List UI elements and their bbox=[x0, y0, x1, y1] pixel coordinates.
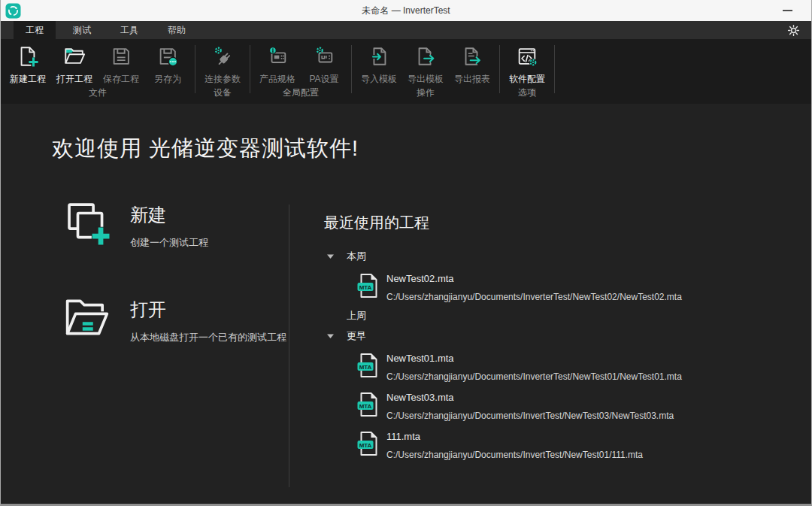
window-title: 未命名 — InverterTest bbox=[1, 5, 811, 17]
file-path: C:/Users/zhangjianyu/Documents/InverterT… bbox=[386, 292, 682, 302]
save-project-button[interactable]: 保存工程 bbox=[98, 39, 144, 86]
tab-tools[interactable]: 工具 bbox=[108, 21, 150, 39]
open-project-title: 打开 bbox=[130, 298, 286, 322]
chevron-down-icon bbox=[326, 313, 335, 319]
connection-params-button[interactable]: 连接参数 bbox=[199, 39, 246, 86]
new-project-button[interactable]: 新建工程 bbox=[5, 39, 51, 86]
tab-project[interactable]: 工程 bbox=[14, 21, 56, 39]
ribbon-divider bbox=[499, 45, 500, 93]
ribbon-divider bbox=[195, 45, 195, 93]
new-project-title: 新建 bbox=[130, 203, 208, 227]
import-template-icon bbox=[368, 45, 390, 68]
open-project-icon bbox=[63, 45, 86, 68]
tab-test[interactable]: 测试 bbox=[61, 21, 103, 39]
title-bar: 未命名 — InverterTest bbox=[1, 0, 811, 21]
app-window: 未命名 — InverterTest 工程 测试 工具 帮助 bbox=[0, 0, 812, 506]
export-report-icon bbox=[461, 45, 483, 68]
mta-file-icon: MTA bbox=[357, 431, 380, 456]
ribbon-group-label-options: 选项 bbox=[504, 86, 550, 104]
tree-group-this-week[interactable]: 本周 bbox=[324, 251, 789, 262]
pa-settings-button[interactable]: PA设置 bbox=[301, 39, 347, 86]
ribbon-group-label-operations: 操作 bbox=[356, 86, 495, 104]
tree-group-last-week[interactable]: 上周 bbox=[324, 311, 789, 321]
recent-projects-panel: 最近使用的工程 本周 MTA NewTest02.mta bbox=[324, 213, 789, 468]
export-report-button[interactable]: 导出报表 bbox=[449, 39, 495, 86]
open-project-large-icon bbox=[64, 296, 111, 338]
recent-projects-title: 最近使用的工程 bbox=[324, 213, 789, 233]
open-project-entry[interactable]: 打开 从本地磁盘打开一个已有的测试工程 bbox=[64, 296, 286, 344]
import-template-button[interactable]: 导入模板 bbox=[356, 39, 402, 86]
recent-projects-tree: 本周 MTA NewTest02.mta C:/Users/zhangjiany… bbox=[324, 251, 789, 461]
minimize-icon bbox=[783, 10, 792, 11]
save-project-icon bbox=[110, 45, 132, 68]
export-template-button[interactable]: 导出模板 bbox=[402, 39, 449, 86]
product-spec-button[interactable]: 产品规格 bbox=[254, 39, 301, 86]
ribbon-toolbar: 新建工程 打开工程 保存工程 bbox=[1, 39, 811, 104]
software-config-icon bbox=[516, 45, 538, 68]
file-path: C:/Users/zhangjianyu/Documents/InvertTes… bbox=[386, 411, 674, 421]
svg-text:MTA: MTA bbox=[359, 403, 372, 410]
svg-text:MTA: MTA bbox=[359, 442, 372, 449]
minimize-button[interactable] bbox=[772, 0, 802, 21]
panel-divider bbox=[289, 205, 289, 487]
save-as-button[interactable]: 另存为 bbox=[144, 39, 191, 86]
theme-toggle-button[interactable] bbox=[783, 21, 804, 39]
tab-help[interactable]: 帮助 bbox=[156, 21, 198, 39]
ribbon-group-file: 新建工程 打开工程 保存工程 bbox=[2, 39, 193, 104]
chevron-down-icon bbox=[326, 253, 335, 259]
ribbon-group-global-config: 产品规格 PA设置 全局配置 bbox=[252, 39, 350, 104]
pa-settings-icon bbox=[313, 45, 335, 68]
open-project-subtitle: 从本地磁盘打开一个已有的测试工程 bbox=[130, 331, 286, 344]
ribbon-divider bbox=[250, 45, 250, 93]
recent-file-item[interactable]: MTA NewTest03.mta C:/Users/zhangjianyu/D… bbox=[357, 390, 789, 422]
ribbon-group-device: 连接参数 设备 bbox=[197, 39, 248, 104]
tree-group-earlier[interactable]: 更早 bbox=[324, 331, 789, 341]
svg-text:MTA: MTA bbox=[359, 364, 372, 371]
ribbon-group-operations: 导入模板 导出模板 bbox=[353, 39, 498, 104]
file-path: C:/Users/zhangjianyu/Documents/InvertTes… bbox=[386, 450, 643, 460]
file-name: 111.mta bbox=[386, 431, 643, 442]
recent-file-item[interactable]: MTA NewTest02.mta C:/Users/zhangjianyu/D… bbox=[357, 271, 789, 303]
welcome-heading: 欢迎使用 光储逆变器测试软件! bbox=[52, 134, 359, 164]
software-config-button[interactable]: 软件配置 bbox=[504, 39, 550, 86]
ribbon-group-options: 软件配置 选项 bbox=[501, 39, 553, 104]
ribbon-group-label-global-config: 全局配置 bbox=[254, 86, 347, 104]
recent-file-item[interactable]: MTA 111.mta C:/Users/zhangjianyu/Documen… bbox=[357, 429, 789, 461]
ribbon-group-label-device: 设备 bbox=[199, 86, 246, 104]
file-name: NewTest03.mta bbox=[386, 392, 674, 403]
mta-file-icon: MTA bbox=[357, 353, 380, 378]
export-template-icon bbox=[414, 45, 437, 68]
ribbon-divider bbox=[554, 45, 555, 93]
save-as-icon bbox=[156, 45, 179, 68]
mta-file-icon: MTA bbox=[357, 392, 380, 417]
welcome-page: 欢迎使用 光储逆变器测试软件! 新建 创建一个测试工程 打开 bbox=[1, 104, 811, 504]
sun-icon bbox=[787, 24, 800, 37]
file-path: C:/Users/zhangjianyu/Documents/InverterT… bbox=[386, 371, 682, 382]
new-project-entry[interactable]: 新建 创建一个测试工程 bbox=[67, 201, 208, 250]
ribbon-tab-bar: 工程 测试 工具 帮助 bbox=[1, 21, 811, 39]
open-project-button[interactable]: 打开工程 bbox=[51, 39, 98, 86]
new-project-subtitle: 创建一个测试工程 bbox=[130, 236, 208, 250]
file-name: NewTest02.mta bbox=[386, 273, 682, 284]
mta-file-icon: MTA bbox=[357, 273, 380, 298]
file-name: NewTest01.mta bbox=[386, 353, 682, 364]
ribbon-divider bbox=[351, 45, 352, 93]
recent-file-item[interactable]: MTA NewTest01.mta C:/Users/zhangjianyu/D… bbox=[357, 351, 789, 383]
chevron-down-icon bbox=[326, 333, 335, 339]
new-project-large-icon bbox=[67, 201, 111, 247]
svg-text:MTA: MTA bbox=[359, 284, 372, 291]
ribbon-group-label-file: 文件 bbox=[5, 86, 191, 104]
new-project-icon bbox=[17, 45, 39, 68]
product-spec-icon bbox=[266, 45, 289, 68]
connection-params-icon bbox=[211, 45, 234, 68]
